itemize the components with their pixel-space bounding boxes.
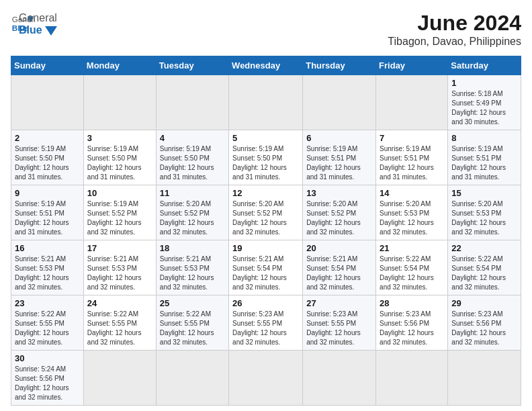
day-cell [448,351,521,406]
day-info: Sunrise: 5:19 AMSunset: 5:50 PMDaylight:… [15,144,80,182]
day-cell: 9Sunrise: 5:19 AMSunset: 5:51 PMDaylight… [11,185,84,240]
day-info: Sunrise: 5:21 AMSunset: 5:54 PMDaylight:… [232,255,299,292]
calendar-table: SundayMondayTuesdayWednesdayThursdayFrid… [11,56,521,406]
day-info: Sunrise: 5:20 AMSunset: 5:52 PMDaylight:… [160,199,225,237]
calendar-title: June 2024 [388,11,521,36]
calendar-subtitle: Tibagon, Davao, Philippines [388,36,521,48]
day-cell [229,75,303,130]
day-number: 26 [232,298,299,308]
day-number: 16 [15,243,80,253]
day-cell [156,75,228,130]
day-info: Sunrise: 5:19 AMSunset: 5:51 PMDaylight:… [15,199,80,237]
day-cell: 30Sunrise: 5:24 AMSunset: 5:56 PMDayligh… [11,351,84,406]
day-number: 10 [87,188,152,198]
day-cell [303,351,376,406]
day-number: 25 [160,298,225,308]
day-cell: 24Sunrise: 5:22 AMSunset: 5:55 PMDayligh… [83,295,156,351]
day-info: Sunrise: 5:21 AMSunset: 5:54 PMDaylight:… [306,255,372,292]
day-cell: 1Sunrise: 5:18 AMSunset: 5:49 PMDaylight… [448,75,521,130]
day-number: 1 [451,78,517,88]
day-info: Sunrise: 5:19 AMSunset: 5:50 PMDaylight:… [232,144,299,182]
day-cell: 23Sunrise: 5:22 AMSunset: 5:55 PMDayligh… [11,295,84,351]
day-info: Sunrise: 5:19 AMSunset: 5:50 PMDaylight:… [160,144,225,182]
day-info: Sunrise: 5:23 AMSunset: 5:55 PMDaylight:… [232,310,299,347]
day-info: Sunrise: 5:24 AMSunset: 5:56 PMDaylight:… [15,365,80,402]
day-number: 8 [451,133,517,143]
day-number: 11 [160,188,225,198]
day-cell [229,351,303,406]
day-cell: 28Sunrise: 5:23 AMSunset: 5:56 PMDayligh… [376,295,448,351]
day-number: 18 [160,243,225,253]
day-cell: 2Sunrise: 5:19 AMSunset: 5:50 PMDaylight… [11,130,84,185]
day-info: Sunrise: 5:22 AMSunset: 5:55 PMDaylight:… [15,310,80,347]
weekday-header-row: SundayMondayTuesdayWednesdayThursdayFrid… [11,56,521,75]
day-number: 6 [306,133,372,143]
day-cell: 8Sunrise: 5:19 AMSunset: 5:51 PMDaylight… [448,130,521,185]
logo-blue: Blue [19,24,57,36]
day-number: 14 [380,188,444,198]
day-number: 4 [160,133,225,143]
day-number: 13 [306,188,372,198]
day-info: Sunrise: 5:19 AMSunset: 5:50 PMDaylight:… [87,144,152,182]
day-cell [11,75,84,130]
week-row-5: 23Sunrise: 5:22 AMSunset: 5:55 PMDayligh… [11,295,521,351]
day-number: 17 [87,243,152,253]
day-cell: 18Sunrise: 5:21 AMSunset: 5:53 PMDayligh… [156,240,228,295]
logo: General Blue General Blue [11,11,57,36]
day-number: 29 [451,298,517,308]
day-number: 22 [451,243,517,253]
day-cell: 11Sunrise: 5:20 AMSunset: 5:52 PMDayligh… [156,185,228,240]
day-info: Sunrise: 5:19 AMSunset: 5:51 PMDaylight:… [380,144,444,182]
day-cell: 20Sunrise: 5:21 AMSunset: 5:54 PMDayligh… [303,240,376,295]
week-row-3: 9Sunrise: 5:19 AMSunset: 5:51 PMDaylight… [11,185,521,240]
day-info: Sunrise: 5:19 AMSunset: 5:51 PMDaylight:… [451,144,517,182]
day-info: Sunrise: 5:19 AMSunset: 5:52 PMDaylight:… [87,199,152,237]
day-info: Sunrise: 5:21 AMSunset: 5:53 PMDaylight:… [160,255,225,292]
day-number: 21 [380,243,444,253]
day-info: Sunrise: 5:20 AMSunset: 5:53 PMDaylight:… [451,199,517,237]
day-cell [156,351,228,406]
day-cell: 21Sunrise: 5:22 AMSunset: 5:54 PMDayligh… [376,240,448,295]
day-info: Sunrise: 5:22 AMSunset: 5:54 PMDaylight:… [380,255,444,292]
day-cell [376,75,448,130]
weekday-header-sunday: Sunday [11,56,84,75]
weekday-header-monday: Monday [83,56,156,75]
day-info: Sunrise: 5:23 AMSunset: 5:56 PMDaylight:… [451,310,517,347]
day-number: 23 [15,298,80,308]
day-info: Sunrise: 5:19 AMSunset: 5:51 PMDaylight:… [306,144,372,182]
week-row-6: 30Sunrise: 5:24 AMSunset: 5:56 PMDayligh… [11,351,521,406]
day-info: Sunrise: 5:20 AMSunset: 5:52 PMDaylight:… [306,199,372,237]
weekday-header-friday: Friday [376,56,448,75]
day-cell: 22Sunrise: 5:22 AMSunset: 5:54 PMDayligh… [448,240,521,295]
day-cell: 29Sunrise: 5:23 AMSunset: 5:56 PMDayligh… [448,295,521,351]
day-cell: 14Sunrise: 5:20 AMSunset: 5:53 PMDayligh… [376,185,448,240]
day-info: Sunrise: 5:23 AMSunset: 5:56 PMDaylight:… [380,310,444,347]
day-info: Sunrise: 5:22 AMSunset: 5:55 PMDaylight:… [87,310,152,347]
day-number: 28 [380,298,444,308]
day-info: Sunrise: 5:18 AMSunset: 5:49 PMDaylight:… [451,89,517,127]
day-number: 5 [232,133,299,143]
day-number: 27 [306,298,372,308]
day-cell: 7Sunrise: 5:19 AMSunset: 5:51 PMDaylight… [376,130,448,185]
day-number: 9 [15,188,80,198]
day-cell [376,351,448,406]
day-info: Sunrise: 5:22 AMSunset: 5:54 PMDaylight:… [451,255,517,292]
day-cell [83,351,156,406]
page-header: General Blue General Blue June 2024 Tiba… [11,11,521,48]
day-cell: 5Sunrise: 5:19 AMSunset: 5:50 PMDaylight… [229,130,303,185]
day-info: Sunrise: 5:21 AMSunset: 5:53 PMDaylight:… [87,255,152,292]
day-cell: 4Sunrise: 5:19 AMSunset: 5:50 PMDaylight… [156,130,228,185]
title-section: June 2024 Tibagon, Davao, Philippines [388,11,521,48]
logo-general: General [19,12,57,24]
day-cell: 26Sunrise: 5:23 AMSunset: 5:55 PMDayligh… [229,295,303,351]
day-number: 7 [380,133,444,143]
svg-marker-3 [45,26,57,36]
weekday-header-thursday: Thursday [303,56,376,75]
day-cell: 17Sunrise: 5:21 AMSunset: 5:53 PMDayligh… [83,240,156,295]
day-number: 12 [232,188,299,198]
weekday-header-tuesday: Tuesday [156,56,228,75]
day-number: 3 [87,133,152,143]
day-cell [303,75,376,130]
day-cell: 15Sunrise: 5:20 AMSunset: 5:53 PMDayligh… [448,185,521,240]
day-cell: 16Sunrise: 5:21 AMSunset: 5:53 PMDayligh… [11,240,84,295]
